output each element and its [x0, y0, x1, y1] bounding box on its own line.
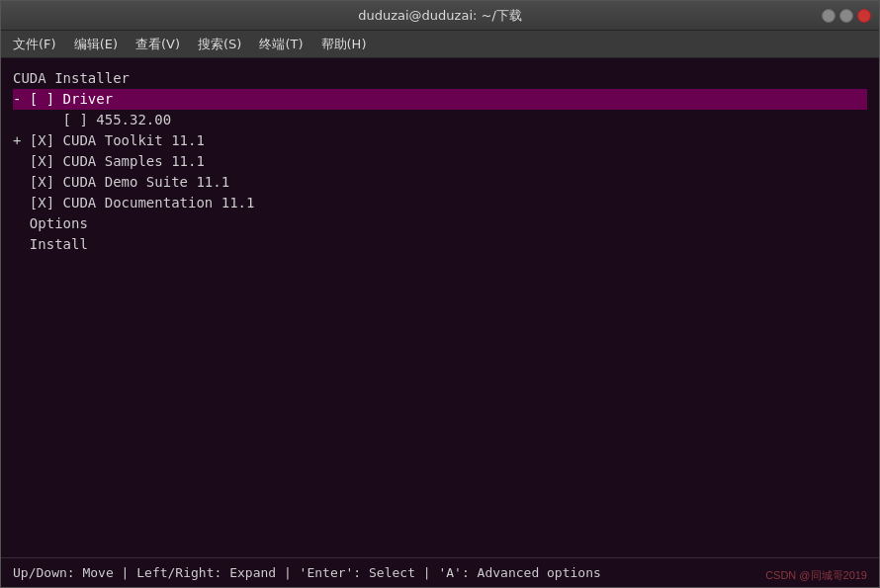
terminal-body: CUDA Installer- [ ] Driver [ ] 455.32.00…	[1, 58, 879, 557]
terminal-content[interactable]: CUDA Installer- [ ] Driver [ ] 455.32.00…	[13, 68, 867, 547]
menu-terminal[interactable]: 终端(T)	[251, 33, 310, 56]
terminal-line: + [X] CUDA Toolkit 11.1	[13, 130, 867, 151]
menu-search[interactable]: 搜索(S)	[190, 33, 249, 56]
menu-view[interactable]: 查看(V)	[128, 33, 188, 56]
terminal-line: Options	[13, 213, 867, 234]
status-text: Up/Down: Move | Left/Right: Expand | 'En…	[13, 565, 601, 580]
terminal-line: CUDA Installer	[13, 68, 867, 89]
watermark: CSDN @同城哥2019	[765, 568, 867, 583]
menu-edit[interactable]: 编辑(E)	[66, 33, 126, 56]
window-controls	[822, 9, 871, 23]
terminal-line: Install	[13, 234, 867, 255]
terminal-line: - [ ] Driver	[13, 89, 867, 110]
main-window: duduzai@duduzai: ~/下载 文件(F) 编辑(E) 查看(V) …	[0, 0, 880, 588]
status-bar: Up/Down: Move | Left/Right: Expand | 'En…	[1, 557, 879, 587]
menu-help[interactable]: 帮助(H)	[313, 33, 375, 56]
menu-bar: 文件(F) 编辑(E) 查看(V) 搜索(S) 终端(T) 帮助(H)	[1, 31, 879, 58]
terminal-line: [X] CUDA Demo Suite 11.1	[13, 172, 867, 193]
terminal-line: [X] CUDA Documentation 11.1	[13, 193, 867, 213]
title-bar: duduzai@duduzai: ~/下载	[1, 1, 879, 31]
minimize-button[interactable]	[822, 9, 836, 23]
terminal-line: [X] CUDA Samples 11.1	[13, 151, 867, 172]
menu-file[interactable]: 文件(F)	[5, 33, 64, 56]
window-title: duduzai@duduzai: ~/下载	[358, 7, 522, 25]
terminal-line: [ ] 455.32.00	[13, 110, 867, 130]
maximize-button[interactable]	[839, 9, 853, 23]
close-button[interactable]	[857, 9, 871, 23]
